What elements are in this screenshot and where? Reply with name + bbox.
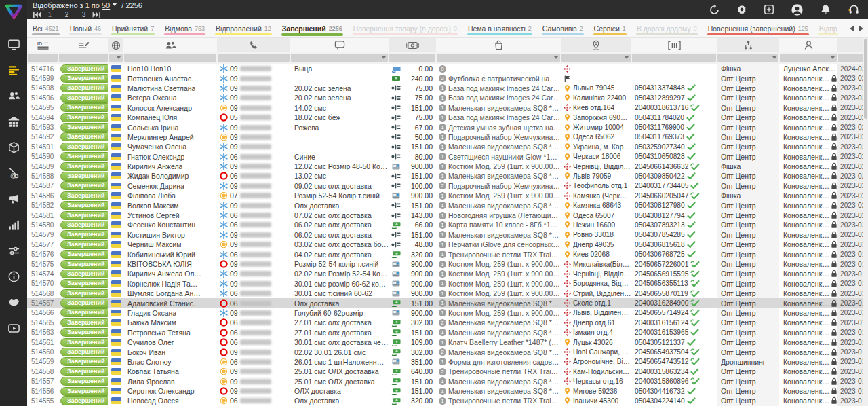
tab-10[interactable]: В дорозі додому0	[631, 19, 703, 37]
sidebar-item-orders[interactable]	[0, 57, 27, 83]
filter-comment[interactable]	[291, 54, 388, 62]
order-row[interactable]: 514556ЗавершенийСиротюк Олександр09ОЛХ д…	[27, 386, 868, 396]
sidebar-item-products[interactable]	[0, 134, 27, 160]
order-row[interactable]: 514566ЗавершенийГладик Оксана09Голубий 6…	[27, 308, 868, 318]
column-header-client[interactable]	[123, 38, 217, 52]
tab-2[interactable]: Прийнятий7	[106, 19, 159, 37]
tabs-scroll-right-icon[interactable]	[859, 26, 863, 31]
column-header-phone[interactable]	[217, 38, 290, 52]
filter-phone[interactable]	[218, 54, 290, 62]
tab-8[interactable]: Самовивіз2	[537, 19, 589, 37]
sidebar-item-automation[interactable]	[0, 238, 27, 263]
tab-0[interactable]: Всі4521	[27, 19, 64, 37]
tab-3[interactable]: Відмова763	[159, 19, 210, 37]
column-header-comment[interactable]	[290, 38, 389, 52]
sidebar-item-info[interactable]	[0, 263, 27, 289]
order-row[interactable]: 514559ЗавершенийВлас Слотюу0626.01 смс 1…	[27, 357, 868, 367]
page-number-3[interactable]: 3	[75, 11, 92, 18]
page-number-1[interactable]: 1	[41, 11, 58, 18]
order-row[interactable]: 514598ЗавершенийМалютина Светлана0920.02…	[27, 84, 868, 93]
order-row[interactable]: 514587ЗавершенийСеменюк Дарина0909.02 см…	[27, 181, 868, 191]
order-row[interactable]: 514589ЗавершенийКирилич Анжела0912.02 см…	[27, 162, 868, 171]
order-row[interactable]: 514577ЗавершенийЧерниш Максим0903.02 смс…	[27, 240, 868, 249]
page-size-dropdown[interactable]: 50	[102, 1, 110, 10]
refresh-icon[interactable]	[709, 4, 720, 16]
tabs-scroll-left-icon[interactable]	[850, 26, 854, 31]
support-icon[interactable]	[848, 3, 860, 16]
tab-7[interactable]: Нема в наявності2	[462, 19, 537, 37]
sidebar-item-partners[interactable]	[0, 289, 27, 315]
sidebar-item-dashboard[interactable]	[0, 31, 27, 57]
order-row[interactable]: 514558ЗавершенийКовпак Татьяна0925.01 см…	[27, 367, 868, 376]
page-number-2[interactable]: 2	[58, 11, 75, 18]
filter-product[interactable]	[437, 54, 560, 62]
sidebar-item-clients[interactable]	[0, 83, 27, 109]
order-row[interactable]: 514588ЗавершенийЖидак Володимир0613.02 с…	[27, 171, 868, 181]
notifications-icon[interactable]	[820, 4, 831, 16]
filter-client[interactable]	[124, 54, 216, 62]
vertical-scrollbar[interactable]	[863, 38, 868, 406]
column-header-payment[interactable]	[389, 38, 436, 52]
sidebar-item-video[interactable]	[0, 315, 27, 341]
order-row[interactable]: 514555ЗавершенийНовосад Олеся06Олх доста…	[27, 396, 868, 405]
order-row[interactable]: 514590ЗавершенийГнатюк Олексндр06Синие80…	[27, 152, 868, 162]
order-row[interactable]: 514557ЗавершенийЛила Ярослав0925.01 смс …	[27, 377, 868, 386]
column-header-country[interactable]	[108, 38, 123, 52]
settings-icon[interactable]	[736, 4, 747, 15]
order-row[interactable]: 514592ЗавершенийМерклингер Андрей0950.00…	[27, 132, 868, 142]
filter-ttn[interactable]	[632, 54, 716, 62]
sidebar-item-statistics[interactable]	[0, 212, 27, 238]
first-page-button[interactable]	[33, 11, 41, 18]
order-row[interactable]: 514561ЗавершенийСучилов Олег0630.01 смс …	[27, 337, 868, 347]
app-logo-icon[interactable]	[0, 1, 27, 22]
tab-12[interactable]: Відпр	[814, 19, 843, 37]
order-row[interactable]: 514716ЗавершенийНов10 Нов1009Выцв0.000Фі…	[27, 64, 868, 73]
filter-id[interactable]	[28, 54, 58, 62]
column-header-status[interactable]	[58, 38, 108, 52]
filter-manager[interactable]	[780, 54, 837, 62]
account-icon[interactable]	[791, 3, 804, 16]
order-row[interactable]: 514568ЗавершенийШумляс Богдана Ан…0630.0…	[27, 289, 868, 298]
tab-11[interactable]: Повернення (завершений)125	[703, 19, 814, 37]
order-row[interactable]: 514579ЗавершенийКостишин Виктор0906.02 с…	[27, 230, 868, 240]
column-header-source[interactable]	[717, 38, 779, 52]
order-row[interactable]: 514576ЗавершенийКобилинський Юрий0604.02…	[27, 249, 868, 259]
order-row[interactable]: 514594ЗавершенийКомпанец Юля0518.02 смс …	[27, 113, 868, 122]
order-row[interactable]: 514596ЗавершенийВегера Оксана0920.02 смс…	[27, 93, 868, 103]
column-header-manager[interactable]	[779, 38, 837, 52]
order-row[interactable]: 514560ЗавершенийБокоч Иван0902.02 30.01 …	[27, 347, 868, 356]
add-icon[interactable]	[764, 4, 774, 15]
order-row[interactable]: 514599ЗавершенийПотапенко Анастас…09240.…	[27, 73, 868, 83]
tab-5[interactable]: Завершений2256	[277, 19, 348, 37]
sidebar-item-dropshipping[interactable]: @	[0, 160, 27, 186]
order-row[interactable]: 514567ЗавершенийАдамовский Станис…06Олх …	[27, 298, 868, 308]
order-row[interactable]: 514574ЗавершенийКирилич Анжела Ол…0902.0…	[27, 269, 868, 278]
tab-9[interactable]: Сервіси1	[589, 19, 631, 37]
tab-4[interactable]: Відправлений12	[210, 19, 277, 37]
column-header-id[interactable]: ID	[27, 38, 58, 52]
order-row[interactable]: 514591ЗавершенийЧумаченко Олена09151.001…	[27, 142, 868, 151]
order-row[interactable]: 514595ЗавершенийКолосок Александр0914.02…	[27, 103, 868, 113]
filter-status[interactable]	[59, 54, 108, 62]
order-row[interactable]: 514581ЗавершенийУстинов Сергей0607.02 см…	[27, 210, 868, 220]
order-row[interactable]: 514582ЗавершенийВолков Максим09Олх доста…	[27, 200, 868, 210]
filter-source[interactable]	[717, 54, 778, 62]
order-row[interactable]: 514580ЗавершенийФесенко Константин0606.0…	[27, 220, 868, 229]
tab-1[interactable]: Новый46	[64, 19, 106, 37]
filter-payment[interactable]	[389, 54, 435, 62]
sidebar-item-marketing[interactable]	[0, 186, 27, 212]
order-row[interactable]: 514563ЗавершенийПетровська Тетяна0627.01…	[27, 328, 868, 337]
order-row[interactable]: 514586ЗавершенийФіліпова Люба07Розмір 52…	[27, 191, 868, 200]
filter-country[interactable]	[109, 54, 123, 62]
order-row[interactable]: 514593ЗавершенийСольська Ірина09Рожева67…	[27, 122, 868, 132]
filter-city[interactable]	[561, 54, 631, 62]
column-header-ttn[interactable]	[631, 38, 717, 52]
order-row[interactable]: 514575ЗавершенийКВІТОВСЬКА ЮЛІЯ09Розмір …	[27, 259, 868, 269]
column-header-city[interactable]	[561, 38, 631, 52]
last-page-button[interactable]	[92, 11, 101, 18]
scrollbar-thumb[interactable]	[864, 39, 867, 119]
column-header-product[interactable]	[436, 38, 561, 52]
tab-6[interactable]: Повернення товару (в дорозі)0	[348, 19, 462, 37]
order-row[interactable]: 514570ЗавершенийКорнелюк Надія Та…0930.0…	[27, 279, 868, 289]
sidebar-item-company[interactable]	[0, 109, 27, 134]
